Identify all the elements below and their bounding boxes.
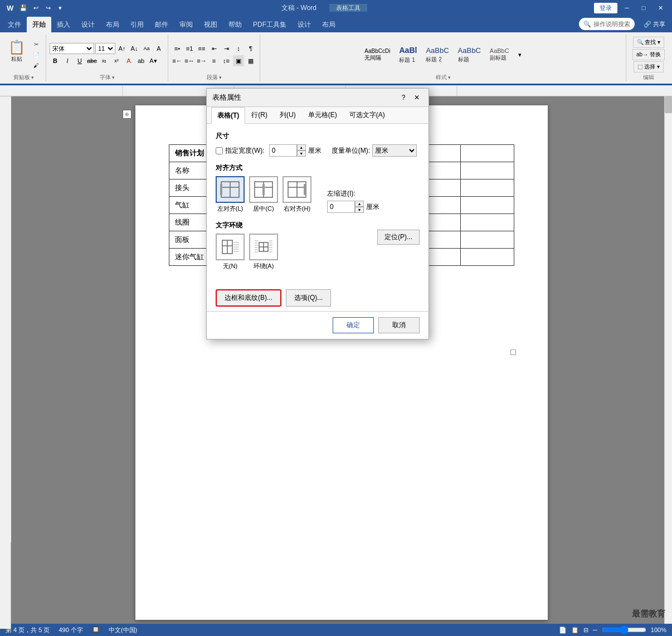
tab-reference[interactable]: 引用 (125, 17, 149, 32)
case-btn[interactable]: Aa (141, 43, 152, 54)
dialog-tab-table[interactable]: 表格(T) (211, 107, 245, 124)
font-color-btn[interactable]: A (123, 55, 134, 66)
dialog-tab-cell[interactable]: 单元格(E) (302, 107, 343, 123)
tab-view[interactable]: 视图 (198, 17, 223, 32)
font-name-select[interactable]: 宋体 (50, 43, 94, 54)
close-btn[interactable]: ✕ (653, 3, 668, 13)
cut-btn[interactable]: ✂ (30, 39, 42, 49)
tab-insert[interactable]: 插入 (51, 17, 76, 32)
style-normal[interactable]: AaBbCcDi无间隔 (361, 46, 394, 64)
zoom-slider[interactable] (602, 625, 646, 634)
decrease-font-btn[interactable]: A↓ (129, 43, 140, 54)
tab-home[interactable]: 开始 (27, 17, 51, 32)
share-btn[interactable]: 🔗 共享 (639, 20, 670, 28)
search-box[interactable]: 🔍 操作说明搜索 (579, 18, 635, 30)
multilevel-btn[interactable]: ≡≡ (196, 43, 207, 54)
wrap-none-option[interactable]: 无(N) (216, 234, 245, 270)
minimize-btn[interactable]: ─ (620, 3, 634, 13)
ok-btn[interactable]: 确定 (333, 317, 374, 333)
position-btn[interactable]: 定位(P)... (377, 230, 420, 245)
tab-table-layout[interactable]: 布局 (316, 17, 341, 32)
style-subtitle[interactable]: AaBbC副标题 (486, 46, 513, 64)
replace-btn[interactable]: ab→ 替换 (632, 49, 665, 60)
border-shading-btn[interactable]: 边框和底纹(B)... (216, 289, 281, 307)
style-heading1[interactable]: AaBl标题 1 (395, 44, 421, 66)
view-btn-3[interactable]: ⊟ (583, 627, 588, 634)
tab-review[interactable]: 审阅 (174, 17, 198, 32)
tab-layout[interactable]: 布局 (100, 17, 125, 32)
highlight-btn[interactable]: ab (135, 55, 147, 66)
indent-value-input[interactable] (327, 201, 355, 213)
dialog-tab-row[interactable]: 行(R) (245, 107, 274, 123)
indent-spin-down[interactable]: ▼ (355, 207, 364, 213)
vertical-scrollbar[interactable] (664, 96, 672, 629)
size-spin-down[interactable]: ▼ (297, 150, 306, 157)
select-btn[interactable]: ⬚ 选择 ▾ (634, 61, 664, 72)
align-center-btn[interactable]: ≡↔ (184, 55, 195, 66)
align-center-option[interactable]: 居中(C) (249, 176, 278, 213)
tab-table-design[interactable]: 设计 (292, 17, 316, 32)
options-btn[interactable]: 选项(Q)... (286, 289, 331, 307)
align-right-option[interactable]: 右对齐(H) (283, 176, 311, 213)
tab-design[interactable]: 设计 (76, 17, 100, 32)
line-spacing-btn[interactable]: ↕≡ (221, 55, 232, 66)
shading-btn[interactable]: ▣ (233, 55, 244, 66)
sort-btn[interactable]: ↕ (233, 43, 244, 54)
dialog-tab-col[interactable]: 列(U) (274, 107, 302, 123)
bold-btn[interactable]: B (50, 55, 61, 66)
tab-file[interactable]: 文件 (2, 17, 27, 32)
decrease-indent-btn[interactable]: ⇤ (208, 43, 220, 54)
align-right-btn[interactable]: ≡→ (196, 55, 207, 66)
view-btn-4[interactable]: ─ (593, 627, 597, 633)
scrollbar-thumb[interactable] (665, 96, 672, 113)
quick-more-btn[interactable]: ▾ (55, 2, 66, 13)
superscript-btn[interactable]: x² (111, 55, 122, 66)
bullets-btn[interactable]: ≡• (172, 43, 183, 54)
align-left-option[interactable]: 左对齐(L) (216, 176, 245, 213)
table-move-handle[interactable]: ⊕ (123, 110, 132, 119)
justify-btn[interactable]: ≡ (208, 55, 220, 66)
copy-btn[interactable]: 📄 (30, 50, 42, 60)
size-checkbox[interactable] (216, 147, 223, 154)
underline-btn[interactable]: U (74, 55, 85, 66)
measure-select[interactable]: 厘米 (372, 144, 417, 157)
show-marks-btn[interactable]: ¶ (245, 43, 256, 54)
style-heading[interactable]: AaBbC标题 (454, 45, 485, 65)
view-btn-2[interactable]: 📋 (571, 627, 579, 634)
wrap-none-label: 无(N) (223, 262, 237, 270)
quick-save-btn[interactable]: 💾 (18, 2, 29, 13)
size-value-input[interactable] (269, 144, 297, 157)
tab-mail[interactable]: 邮件 (149, 17, 174, 32)
cancel-btn[interactable]: 取消 (378, 317, 420, 333)
increase-indent-btn[interactable]: ⇥ (221, 43, 232, 54)
size-spin-up[interactable]: ▲ (297, 144, 306, 150)
clear-format-btn[interactable]: A (153, 43, 164, 54)
login-btn[interactable]: 登录 (594, 3, 617, 13)
strikethrough-btn[interactable]: abc (86, 55, 98, 66)
view-btn-1[interactable]: 📄 (559, 627, 567, 634)
dialog-tab-alttext[interactable]: 可选文字(A) (343, 107, 391, 123)
quick-redo-btn[interactable]: ↪ (42, 2, 53, 13)
table-resize-handle[interactable] (510, 349, 516, 355)
dialog-close-btn[interactable]: ✕ (411, 91, 423, 104)
numbering-btn[interactable]: ≡1 (184, 43, 195, 54)
indent-spin-up[interactable]: ▲ (355, 201, 364, 207)
dialog-help-btn[interactable]: ? (397, 91, 410, 104)
restore-btn[interactable]: □ (636, 3, 651, 13)
format-painter-btn[interactable]: 🖌 (30, 60, 42, 70)
style-heading2[interactable]: AaBbC标题 2 (422, 45, 452, 65)
paste-btn[interactable]: 📋 粘贴 (4, 39, 29, 64)
tab-help[interactable]: 帮助 (223, 17, 247, 32)
styles-more-btn[interactable]: ▾ (514, 49, 525, 60)
align-left-btn[interactable]: ≡← (172, 55, 183, 66)
find-btn[interactable]: 🔍 查找 ▾ (633, 37, 665, 48)
tab-pdf[interactable]: PDF工具集 (247, 17, 292, 32)
wrap-around-option[interactable]: 环绕(A) (249, 234, 278, 270)
quick-undo-btn[interactable]: ↩ (30, 2, 41, 13)
subscript-btn[interactable]: x₂ (99, 55, 110, 66)
increase-font-btn[interactable]: A↑ (116, 43, 128, 54)
font-color2-btn[interactable]: A▾ (148, 55, 159, 66)
italic-btn[interactable]: I (62, 55, 73, 66)
borders-btn[interactable]: ▦ (245, 55, 256, 66)
font-size-select[interactable]: 11 (95, 43, 115, 54)
